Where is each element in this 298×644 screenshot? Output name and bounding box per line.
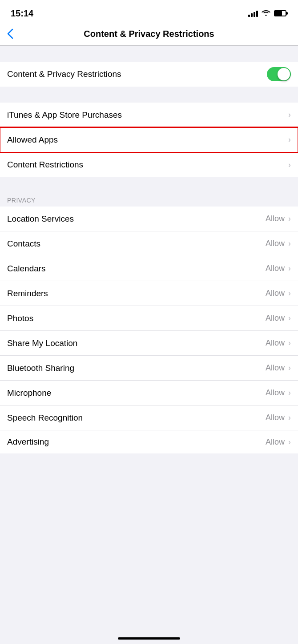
share-my-location-value: Allow <box>266 338 285 348</box>
contacts-chevron: › <box>288 239 291 248</box>
share-my-location-chevron: › <box>288 338 291 348</box>
allowed-apps-label: Allowed Apps <box>7 135 58 145</box>
speech-recognition-row[interactable]: Speech Recognition Allow › <box>0 405 298 430</box>
allowed-apps-row[interactable]: Allowed Apps › <box>0 127 298 152</box>
location-services-value: Allow <box>266 214 285 223</box>
photos-right: Allow › <box>266 314 291 323</box>
toggle-knob <box>278 68 290 80</box>
location-services-label: Location Services <box>7 214 74 224</box>
share-my-location-right: Allow › <box>266 338 291 348</box>
share-my-location-row[interactable]: Share My Location Allow › <box>0 331 298 356</box>
speech-recognition-right: Allow › <box>266 413 291 422</box>
share-my-location-label: Share My Location <box>7 338 77 348</box>
content-restrictions-row[interactable]: Content Restrictions › <box>0 152 298 177</box>
reminders-value: Allow <box>266 289 285 298</box>
itunes-label: iTunes & App Store Purchases <box>7 110 122 120</box>
bluetooth-sharing-value: Allow <box>266 363 285 373</box>
content-privacy-toggle-row: Content & Privacy Restrictions <box>0 62 298 87</box>
back-button[interactable] <box>7 28 13 39</box>
advertising-right: Allow › <box>266 437 291 447</box>
microphone-label: Microphone <box>7 388 51 398</box>
privacy-items-group: Location Services Allow › Contacts Allow… <box>0 207 298 453</box>
home-indicator <box>118 637 180 640</box>
bluetooth-sharing-right: Allow › <box>266 363 291 373</box>
calendars-row[interactable]: Calendars Allow › <box>0 256 298 281</box>
calendars-label: Calendars <box>7 264 46 274</box>
itunes-right: › <box>287 110 291 119</box>
reminders-chevron: › <box>288 289 291 298</box>
photos-label: Photos <box>7 314 33 323</box>
bluetooth-sharing-chevron: › <box>288 363 291 373</box>
reminders-label: Reminders <box>7 289 48 298</box>
status-bar: 15:14 <box>0 0 298 24</box>
advertising-value: Allow <box>266 437 285 447</box>
bluetooth-sharing-row[interactable]: Bluetooth Sharing Allow › <box>0 356 298 381</box>
location-services-chevron: › <box>288 214 291 223</box>
toggle-container[interactable] <box>267 67 291 81</box>
content-restrictions-label: Content Restrictions <box>7 160 83 170</box>
section-gap-3 <box>0 177 298 193</box>
content-privacy-toggle[interactable] <box>267 67 291 81</box>
battery-icon <box>274 10 287 16</box>
calendars-value: Allow <box>266 264 285 273</box>
photos-value: Allow <box>266 314 285 323</box>
itunes-row[interactable]: iTunes & App Store Purchases › <box>0 103 298 127</box>
advertising-row[interactable]: Advertising Allow › <box>0 430 298 453</box>
photos-row[interactable]: Photos Allow › <box>0 306 298 331</box>
content-restrictions-right: › <box>287 160 291 170</box>
calendars-chevron: › <box>288 264 291 273</box>
content-restrictions-chevron: › <box>288 160 291 170</box>
status-time: 15:14 <box>11 8 33 19</box>
status-icons <box>248 9 287 18</box>
microphone-row[interactable]: Microphone Allow › <box>0 381 298 405</box>
advertising-label: Advertising <box>7 437 49 447</box>
location-services-right: Allow › <box>266 214 291 223</box>
microphone-chevron: › <box>288 388 291 398</box>
contacts-row[interactable]: Contacts Allow › <box>0 231 298 256</box>
wifi-icon <box>262 9 270 18</box>
privacy-section-header: PRIVACY <box>0 193 298 207</box>
allowed-apps-chevron: › <box>288 135 291 144</box>
location-services-row[interactable]: Location Services Allow › <box>0 207 298 231</box>
microphone-value: Allow <box>266 388 285 398</box>
contacts-label: Contacts <box>7 239 40 249</box>
bluetooth-sharing-label: Bluetooth Sharing <box>7 363 74 373</box>
section-gap-2 <box>0 87 298 103</box>
section-gap-1 <box>0 46 298 62</box>
menu-items-group: iTunes & App Store Purchases › Allowed A… <box>0 103 298 177</box>
main-toggle-group: Content & Privacy Restrictions <box>0 62 298 87</box>
contacts-right: Allow › <box>266 239 291 248</box>
content-privacy-label: Content & Privacy Restrictions <box>7 69 121 79</box>
calendars-right: Allow › <box>266 264 291 273</box>
microphone-right: Allow › <box>266 388 291 398</box>
speech-recognition-value: Allow <box>266 413 285 422</box>
itunes-chevron: › <box>288 110 291 119</box>
speech-recognition-label: Speech Recognition <box>7 413 83 423</box>
allowed-apps-right: › <box>287 135 291 144</box>
reminders-row[interactable]: Reminders Allow › <box>0 281 298 306</box>
contacts-value: Allow <box>266 239 285 248</box>
signal-icon <box>248 10 258 17</box>
advertising-chevron: › <box>288 437 291 447</box>
reminders-right: Allow › <box>266 289 291 298</box>
photos-chevron: › <box>288 314 291 323</box>
speech-recognition-chevron: › <box>288 413 291 422</box>
nav-bar: Content & Privacy Restrictions <box>0 24 298 46</box>
page-title: Content & Privacy Restrictions <box>84 29 214 39</box>
